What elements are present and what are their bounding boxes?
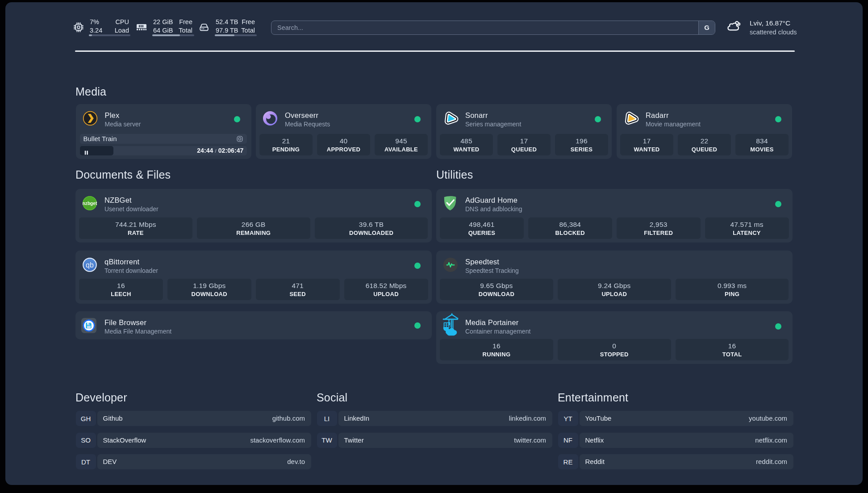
svg-text:nzbget: nzbget [83, 201, 97, 206]
svg-text:qb: qb [86, 261, 94, 269]
